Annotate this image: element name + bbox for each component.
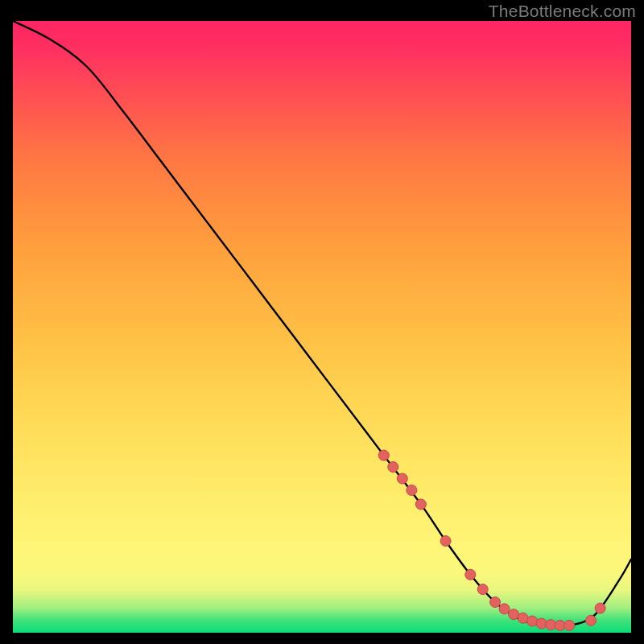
curve-marker xyxy=(378,450,389,460)
curve-marker xyxy=(440,536,451,547)
curve-markers xyxy=(378,450,605,630)
curve-marker xyxy=(388,462,398,473)
curve-svg xyxy=(13,21,631,633)
watermark-text: TheBottleneck.com xyxy=(489,2,636,21)
curve-marker xyxy=(490,597,501,608)
curve-marker xyxy=(546,620,556,630)
curve-marker xyxy=(415,499,426,510)
curve-marker xyxy=(465,569,476,580)
curve-marker xyxy=(407,485,417,495)
curve-marker xyxy=(527,616,538,626)
bottleneck-curve xyxy=(13,21,631,626)
curve-marker xyxy=(477,584,488,595)
plot-area xyxy=(13,21,631,633)
curve-marker xyxy=(499,604,510,614)
curve-marker xyxy=(586,615,597,625)
curve-marker xyxy=(536,618,547,629)
chart-stage: TheBottleneck.com xyxy=(0,0,644,644)
curve-marker xyxy=(518,613,528,623)
curve-marker xyxy=(595,603,605,613)
curve-marker xyxy=(564,620,575,630)
curve-marker xyxy=(397,473,407,484)
